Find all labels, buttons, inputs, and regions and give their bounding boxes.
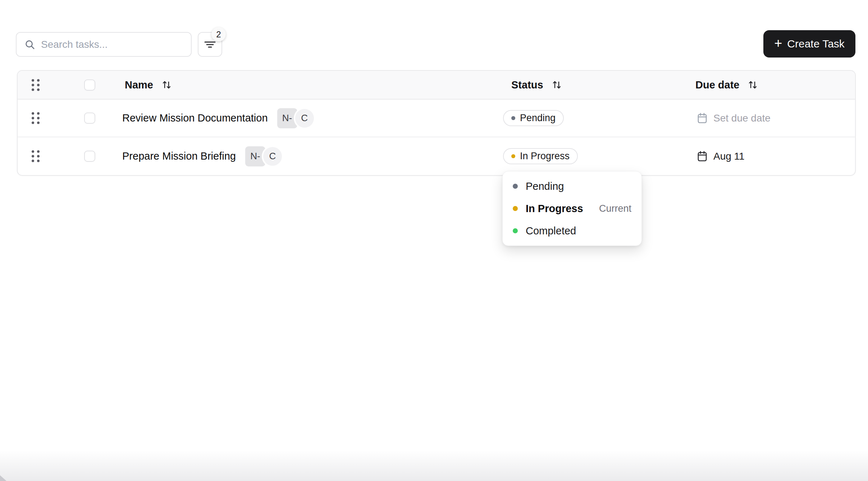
status-dropdown-menu: Pending In Progress Current Completed <box>502 171 642 246</box>
avatar: C <box>294 107 315 129</box>
task-name: Prepare Mission Briefing <box>122 150 236 162</box>
search-icon <box>24 39 35 50</box>
status-pill[interactable]: In Progress <box>503 148 578 164</box>
sort-arrows-icon <box>747 79 758 90</box>
header-drag-handle[interactable] <box>28 71 43 99</box>
sort-status-button[interactable] <box>551 79 562 90</box>
select-all-checkbox[interactable] <box>84 79 95 91</box>
table-row: Review Mission Documentation N- C Pendin… <box>18 100 855 137</box>
due-date-cell[interactable]: Set due date <box>697 100 848 137</box>
status-label: Pending <box>520 113 556 124</box>
drag-handle-icon <box>32 79 40 91</box>
filter-lines-icon <box>204 39 216 50</box>
search-input[interactable] <box>41 39 183 50</box>
menu-item-in-progress[interactable]: In Progress Current <box>503 197 641 220</box>
assignee-avatars: N- C <box>245 146 283 167</box>
current-status-badge: Current <box>599 203 631 214</box>
row-checkbox[interactable] <box>84 113 95 124</box>
calendar-icon <box>697 151 708 162</box>
row-drag-handle[interactable] <box>28 100 43 137</box>
bottom-gradient <box>0 450 868 481</box>
sort-arrows-icon <box>551 79 562 90</box>
create-task-label: Create Task <box>787 38 845 50</box>
row-drag-handle[interactable] <box>28 137 43 175</box>
assignee-avatars: N- C <box>277 107 315 129</box>
menu-item-label: Completed <box>526 225 576 237</box>
status-dot <box>513 206 518 211</box>
column-header-status: Status <box>511 79 543 91</box>
due-date-label: Aug 11 <box>713 151 745 162</box>
column-header-name: Name <box>125 79 153 91</box>
due-date-cell[interactable]: Aug 11 <box>697 137 848 175</box>
row-checkbox[interactable] <box>84 151 95 162</box>
sort-name-button[interactable] <box>161 79 172 90</box>
status-dot <box>511 154 515 158</box>
table-header-row: Name Status Due date <box>18 71 855 100</box>
drag-handle-icon <box>32 150 40 162</box>
status-dot <box>513 228 518 233</box>
menu-item-label: In Progress <box>526 203 583 215</box>
sort-arrows-icon <box>161 79 172 90</box>
sort-due-date-button[interactable] <box>747 79 758 90</box>
calendar-icon <box>697 113 708 124</box>
column-header-due-date: Due date <box>695 79 739 91</box>
status-pill[interactable]: Pending <box>503 110 564 126</box>
search-box <box>16 32 192 57</box>
menu-item-completed[interactable]: Completed <box>503 220 641 242</box>
menu-item-pending[interactable]: Pending <box>503 175 641 197</box>
avatar: C <box>262 146 283 167</box>
tasks-table: Name Status Due date <box>17 70 856 176</box>
corner-sliver <box>0 475 6 481</box>
task-manager-page: 2 + Create Task Name <box>0 0 868 481</box>
status-dot <box>513 184 518 189</box>
create-task-button[interactable]: + Create Task <box>763 30 855 58</box>
menu-item-label: Pending <box>526 180 564 192</box>
drag-handle-icon <box>32 112 40 124</box>
due-date-label: Set due date <box>713 113 771 124</box>
status-label: In Progress <box>520 151 570 162</box>
plus-icon: + <box>774 36 782 50</box>
status-dot <box>511 116 515 120</box>
task-name: Review Mission Documentation <box>122 112 268 124</box>
table-row: Prepare Mission Briefing N- C In Progres… <box>18 137 855 175</box>
filter-count-badge: 2 <box>211 27 226 41</box>
